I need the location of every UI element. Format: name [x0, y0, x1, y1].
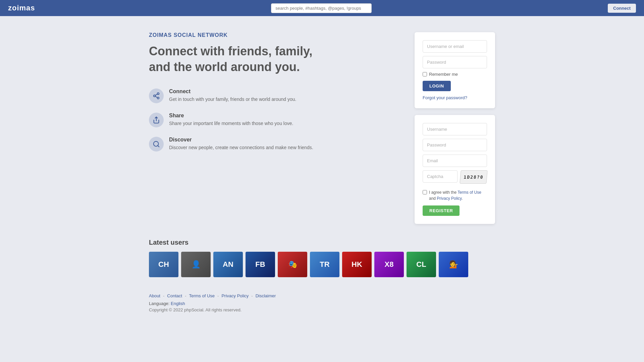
footer-language-link[interactable]: English — [171, 301, 185, 306]
connect-text: Connect Get in touch with your family, f… — [169, 88, 296, 103]
footer-separator: - — [163, 293, 164, 298]
search-container — [271, 3, 372, 13]
feature-list: Connect Get in touch with your family, f… — [149, 88, 398, 152]
discover-icon — [149, 137, 164, 152]
remember-me-row: Remember me — [423, 72, 487, 77]
user-avatar[interactable]: X8 — [374, 252, 404, 277]
footer-separator: - — [251, 293, 253, 298]
svg-line-4 — [155, 94, 157, 96]
user-avatar[interactable]: AN — [213, 252, 243, 277]
register-password-input[interactable] — [423, 139, 487, 151]
latest-users-section: Latest users CH👤ANFB🎭TRHKX8CL💁 — [141, 239, 503, 277]
user-avatar[interactable]: CH — [149, 252, 178, 277]
user-avatar[interactable]: 👤 — [181, 252, 211, 277]
footer-separator: - — [217, 293, 219, 298]
captcha-image: 1D28?0 — [460, 170, 487, 184]
user-avatar[interactable]: HK — [342, 252, 372, 277]
header: zoimas Connect — [0, 0, 644, 16]
terms-of-use-link[interactable]: Terms of Use — [458, 190, 481, 195]
users-grid: CH👤ANFB🎭TRHKX8CL💁 — [149, 252, 495, 277]
captcha-input[interactable] — [423, 170, 458, 183]
footer-links: About-Contact-Terms of Use-Privacy Polic… — [149, 293, 495, 298]
feature-share: Share Share your important life moments … — [149, 113, 398, 127]
svg-line-3 — [155, 96, 157, 98]
footer-link-about[interactable]: About — [149, 293, 160, 298]
login-actions: LOGIN Forgot your password? — [423, 81, 487, 100]
footer-language: Language: English — [149, 301, 495, 306]
footer-link-terms-of-use[interactable]: Terms of Use — [189, 293, 215, 298]
left-section: ZOIMAS SOCIAL NETWORK Connect with frien… — [149, 32, 398, 231]
header-connect-button[interactable]: Connect — [608, 4, 636, 13]
user-avatar[interactable]: TR — [310, 252, 339, 277]
privacy-policy-link[interactable]: Privacy Policy — [437, 196, 462, 201]
terms-text: I agree with the Terms of Use and Privac… — [429, 189, 487, 201]
feature-connect: Connect Get in touch with your family, f… — [149, 88, 398, 103]
register-email-input[interactable] — [423, 155, 487, 167]
remember-me-checkbox[interactable] — [423, 72, 427, 76]
terms-checkbox[interactable] — [423, 190, 427, 194]
login-form-card: Remember me LOGIN Forgot your password? — [415, 32, 495, 108]
footer: About-Contact-Terms of Use-Privacy Polic… — [141, 288, 503, 323]
share-icon — [149, 113, 164, 127]
register-username-input[interactable] — [423, 123, 487, 135]
user-avatar[interactable]: 🎭 — [278, 252, 307, 277]
terms-row: I agree with the Terms of Use and Privac… — [423, 189, 487, 201]
user-avatar[interactable]: 💁 — [439, 252, 468, 277]
brand-name: ZOIMAS SOCIAL NETWORK — [149, 32, 398, 38]
login-username-input[interactable] — [423, 40, 487, 53]
footer-link-contact[interactable]: Contact — [167, 293, 182, 298]
user-avatar[interactable]: CL — [407, 252, 436, 277]
footer-link-disclaimer[interactable]: Disclaimer — [256, 293, 276, 298]
forgot-password-link[interactable]: Forgot your password? — [423, 95, 467, 100]
register-button[interactable]: REGISTER — [423, 205, 460, 216]
hero-title: Connect with friends, family, and the wo… — [149, 44, 398, 75]
main-container: ZOIMAS SOCIAL NETWORK Connect with frien… — [141, 16, 503, 239]
logo: zoimas — [8, 4, 35, 12]
footer-link-privacy-policy[interactable]: Privacy Policy — [221, 293, 249, 298]
right-section: Remember me LOGIN Forgot your password? … — [415, 32, 495, 231]
search-input[interactable] — [271, 3, 372, 13]
footer-separator: - — [185, 293, 186, 298]
user-avatar[interactable]: FB — [246, 252, 275, 277]
login-password-input[interactable] — [423, 56, 487, 68]
remember-me-label: Remember me — [429, 72, 458, 77]
captcha-row: 1D28?0 — [423, 170, 487, 186]
register-form-card: 1D28?0 I agree with the Terms of Use and… — [415, 115, 495, 224]
feature-discover: Discover Discover new people, create new… — [149, 137, 398, 152]
login-button[interactable]: LOGIN — [423, 81, 451, 91]
svg-line-7 — [158, 145, 159, 147]
connect-icon — [149, 88, 164, 103]
discover-text: Discover Discover new people, create new… — [169, 137, 313, 151]
footer-copyright: Copyright © 2022 phpSocial. All rights r… — [149, 307, 495, 312]
latest-users-title: Latest users — [149, 239, 495, 246]
share-text: Share Share your important life moments … — [169, 113, 293, 127]
